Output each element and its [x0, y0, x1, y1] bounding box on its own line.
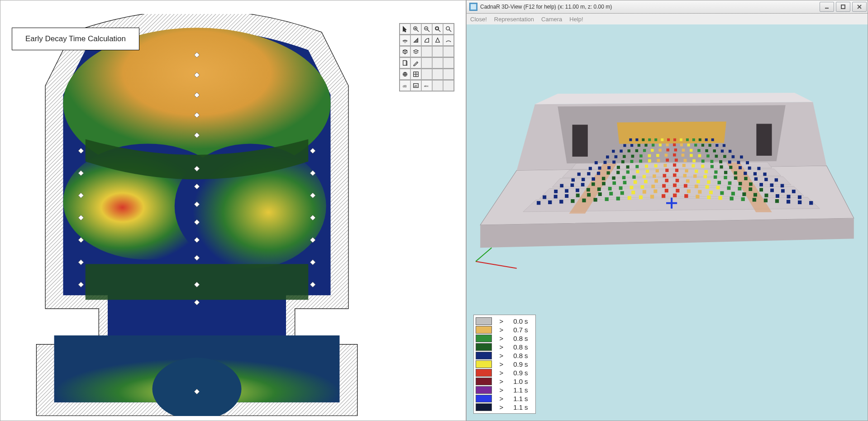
- svg-rect-199: [597, 172, 600, 175]
- svg-rect-323: [718, 196, 722, 200]
- svg-rect-128: [620, 149, 622, 152]
- svg-rect-240: [581, 183, 585, 187]
- svg-rect-235: [754, 177, 758, 181]
- svg-rect-185: [654, 164, 658, 167]
- layers-tool[interactable]: [410, 46, 421, 57]
- legend-row: >1.1s: [476, 394, 531, 403]
- svg-rect-104: [667, 139, 670, 141]
- svg-rect-124: [708, 144, 711, 147]
- svg-rect-181: [617, 166, 620, 169]
- legend-swatch: [476, 317, 492, 325]
- zoom-fit-tool[interactable]: [432, 24, 443, 34]
- menu-item-help[interactable]: Help!: [569, 16, 583, 23]
- blank-tool: [443, 57, 454, 68]
- svg-rect-241: [591, 182, 595, 186]
- svg-rect-258: [770, 183, 773, 187]
- legend-op: >: [498, 317, 505, 325]
- menu-item-camera[interactable]: Camera: [541, 16, 562, 23]
- legend-swatch: [476, 369, 492, 377]
- svg-rect-133: [658, 148, 661, 151]
- svg-rect-293: [653, 189, 657, 193]
- wifi-tool[interactable]: [400, 35, 410, 46]
- svg-rect-321: [696, 195, 699, 198]
- cube-tool[interactable]: [400, 46, 410, 57]
- legend-swatch: [476, 360, 492, 368]
- svg-rect-262: [576, 188, 579, 192]
- zoom-out-tool[interactable]: [421, 24, 432, 34]
- paper-icon: [402, 60, 408, 66]
- menu-item-close[interactable]: Close!: [470, 16, 487, 23]
- svg-rect-271: [673, 183, 677, 187]
- maximize-button[interactable]: [836, 2, 850, 12]
- globe-tool[interactable]: [400, 69, 410, 80]
- svg-rect-147: [639, 154, 643, 158]
- svg-rect-157: [723, 155, 726, 158]
- svg-rect-176: [737, 161, 740, 164]
- svg-rect-180: [607, 166, 610, 169]
- zoom-window-tool[interactable]: [443, 24, 454, 34]
- svg-rect-168: [666, 158, 669, 162]
- legend-value: 0.8: [505, 352, 523, 359]
- zoom-in-tool[interactable]: [410, 24, 421, 34]
- blank-tool: [421, 57, 432, 68]
- legend-unit: s: [525, 395, 531, 402]
- svg-rect-260: [554, 190, 558, 193]
- zoom-fit-icon: [434, 26, 441, 33]
- svg-rect-112: [623, 144, 626, 147]
- plan-view-pane[interactable]: Early Decay Time Calculation: [0, 0, 466, 421]
- legend-swatch: [476, 352, 492, 359]
- svg-rect-233: [734, 177, 737, 180]
- svg-rect-188: [682, 164, 686, 167]
- wedge-tool[interactable]: [410, 35, 421, 46]
- cone-tool[interactable]: [432, 35, 443, 46]
- legend-value: 0.9: [505, 360, 523, 368]
- legend-row: >0.0s: [476, 317, 531, 325]
- svg-rect-193: [729, 166, 732, 169]
- svg-rect-304: [776, 194, 779, 198]
- svg-rect-242: [602, 182, 606, 186]
- svg-rect-120: [680, 144, 683, 146]
- svg-rect-113: [630, 144, 633, 147]
- legend-value: 0.8: [505, 335, 523, 342]
- svg-rect-296: [687, 189, 691, 193]
- svg-rect-288: [598, 192, 602, 196]
- arc-tool[interactable]: [443, 35, 454, 46]
- abc-tool[interactable]: abc: [421, 80, 432, 91]
- svg-rect-291: [631, 191, 635, 194]
- svg-rect-121: [687, 144, 690, 146]
- axis-gizmo: [476, 248, 517, 268]
- db-icon: dB: [402, 82, 408, 89]
- legend-row: >1.1s: [476, 386, 531, 394]
- svg-rect-250: [686, 179, 690, 183]
- db2-tool[interactable]: dB: [410, 80, 421, 91]
- svg-rect-139: [705, 149, 708, 152]
- svg-rect-127: [612, 150, 615, 153]
- svg-rect-212: [724, 171, 727, 174]
- svg-rect-99: [635, 139, 638, 141]
- legend-op: >: [498, 360, 505, 368]
- svg-rect-231: [714, 175, 717, 178]
- fan-tool[interactable]: [421, 35, 432, 46]
- svg-line-59: [416, 29, 419, 32]
- plan-canvas[interactable]: [19, 14, 375, 416]
- legend-row: >0.9s: [476, 360, 531, 368]
- viewport-3d[interactable]: >0.0s>0.7s>0.8s>0.8s>0.8s>0.9s>0.9s>1.0s…: [466, 24, 868, 421]
- pencil-tool[interactable]: [410, 57, 421, 68]
- paper-tool[interactable]: [400, 57, 410, 68]
- grid-tool[interactable]: [410, 69, 421, 80]
- window-titlebar[interactable]: CadnaR 3D-View (F12 for help) (x: 11.00 …: [466, 0, 868, 14]
- svg-rect-114: [638, 144, 640, 147]
- svg-rect-266: [619, 187, 623, 190]
- svg-rect-161: [604, 161, 607, 164]
- close-button[interactable]: [852, 2, 867, 12]
- legend-value: 1.1: [505, 395, 523, 402]
- minimize-button[interactable]: [820, 2, 834, 12]
- arrow-tool[interactable]: [400, 24, 410, 34]
- svg-rect-130: [635, 149, 638, 152]
- svg-rect-89: [572, 124, 588, 156]
- svg-marker-88: [617, 121, 726, 144]
- db-tool[interactable]: dB: [400, 80, 410, 91]
- svg-rect-263: [587, 188, 590, 191]
- svg-rect-238: [560, 184, 563, 187]
- menu-item-representation[interactable]: Representation: [494, 16, 534, 23]
